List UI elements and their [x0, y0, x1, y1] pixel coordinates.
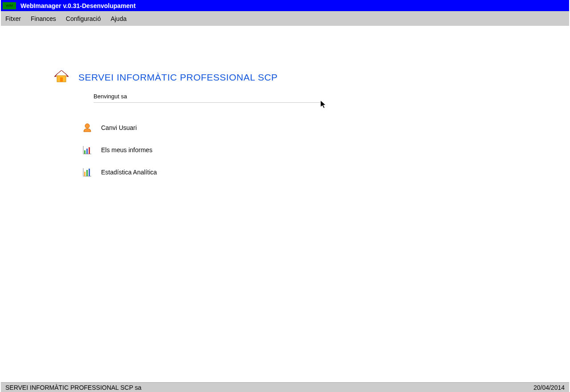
svg-rect-7: [86, 149, 88, 154]
header-row: SERVEI INFORMÀTIC PROFESSIONAL SCP: [53, 70, 570, 84]
svg-rect-13: [89, 169, 90, 176]
menu-fitxer[interactable]: Fitxer: [5, 15, 21, 22]
svg-rect-11: [84, 172, 86, 176]
reports-icon: [82, 145, 92, 155]
org-title: SERVEI INFORMÀTIC PROFESSIONAL SCP: [78, 72, 278, 83]
svg-rect-2: [60, 77, 63, 82]
link-estadistica-analitica[interactable]: Estadística Analítica: [82, 167, 570, 177]
stats-icon: [82, 167, 92, 177]
user-icon: [82, 123, 92, 133]
links: Canvi Usuari Els meus informes: [82, 123, 570, 177]
main-content: SERVEI INFORMÀTIC PROFESSIONAL SCP Benvi…: [0, 26, 570, 177]
svg-rect-12: [86, 170, 88, 176]
app-icon-text: WIM: [6, 4, 13, 8]
statusbar-left: SERVEI INFORMÀTIC PROFESSIONAL SCP sa: [5, 384, 141, 391]
link-label-canvi-usuari: Canvi Usuari: [101, 124, 137, 131]
link-label-informes: Els meus informes: [101, 146, 152, 154]
statusbar: SERVEI INFORMÀTIC PROFESSIONAL SCP sa 20…: [1, 382, 569, 392]
statusbar-right: 20/04/2014: [533, 384, 565, 391]
menu-finances[interactable]: Finances: [31, 15, 56, 22]
titlebar: WIM WebImanager v.0.31-Desenvolupament: [1, 0, 569, 11]
menubar: Fitxer Finances Configuració Ajuda: [1, 11, 569, 26]
welcome-text: Benvingut sa: [94, 93, 321, 100]
link-els-meus-informes[interactable]: Els meus informes: [82, 145, 570, 155]
app-icon: WIM: [3, 2, 16, 9]
welcome-block: Benvingut sa: [94, 93, 321, 103]
menu-configuracio[interactable]: Configuració: [66, 15, 101, 22]
divider: [94, 102, 321, 103]
home-icon: [53, 70, 69, 84]
svg-point-3: [85, 124, 90, 128]
window-title: WebImanager v.0.31-Desenvolupament: [20, 2, 136, 9]
menu-ajuda[interactable]: Ajuda: [110, 15, 126, 22]
link-canvi-usuari[interactable]: Canvi Usuari: [82, 123, 570, 133]
link-label-estadistica: Estadística Analítica: [101, 169, 157, 176]
svg-rect-8: [89, 147, 90, 154]
svg-rect-6: [84, 150, 86, 154]
